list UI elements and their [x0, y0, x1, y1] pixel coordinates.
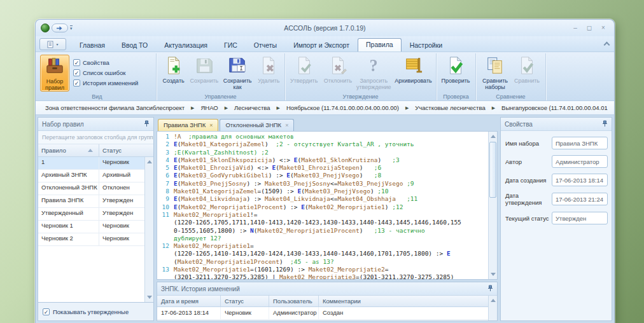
editor-scrollbar[interactable] [488, 132, 497, 279]
breadcrumb-item[interactable]: Вынгапуровское (11.74.01.00.00.04.01 [498, 104, 611, 111]
view-checkbox[interactable]: ✓Список ошибок [73, 69, 138, 76]
customize-toolbar-dropdown-icon[interactable]: ▾ [70, 25, 73, 31]
reject-button[interactable]: Отклонить [321, 55, 354, 92]
code-text: (1220-1265,1410-1413,1420-1424,1430-1433… [174, 250, 451, 258]
minimize-button[interactable]: – [570, 24, 581, 33]
breadcrumb-item[interactable]: Ноябрьское (11.74.01.00.00.04.00.00.00) [283, 104, 402, 111]
approve-button[interactable]: Утвердить [287, 55, 321, 92]
view-checkbox[interactable]: ✓История изменений [73, 79, 138, 86]
column-header-rule[interactable]: Правило [38, 144, 99, 156]
save-as-button[interactable]: Сохранить как [220, 55, 255, 92]
ribbon-tab[interactable]: Ввод ТО [113, 39, 156, 52]
rules-grid-row[interactable]: Черновик 2Черновик [38, 233, 144, 246]
breadcrumb-item[interactable]: Участковые лесничества [412, 104, 488, 111]
column-label: Статус [102, 147, 122, 154]
column-header-status[interactable]: Статус [99, 144, 153, 156]
group-label: Проверка [437, 93, 475, 100]
code-line: (1220-1265,1410-1413,1420-1424,1430-1433… [157, 250, 487, 258]
document-tab[interactable]: Правила ЗНПК× [158, 119, 218, 131]
checkbox-icon[interactable]: ✓ [43, 308, 50, 315]
button-label: Сравнить наборы [478, 78, 512, 90]
code-text: !A ;правила для основных макетов [174, 133, 294, 141]
rule-set-toggle-button[interactable]: Набор правил [40, 55, 69, 92]
tab-close-icon[interactable]: × [285, 123, 288, 128]
code-segment: ;45 - as 13? [290, 258, 334, 265]
document-tab-label: Отклоненный ЗНПК [225, 121, 281, 128]
rules-grid-row[interactable]: 1Черновик [38, 157, 144, 170]
rules-grid-scrollbar[interactable] [144, 157, 153, 302]
column-header-datetime[interactable]: Дата и время [157, 296, 221, 306]
ribbon-tab[interactable]: ГИС [216, 39, 246, 52]
create-button[interactable]: Создать [158, 55, 188, 92]
breadcrumb-item[interactable]: Лесничества [231, 104, 273, 111]
column-header-comments[interactable]: Комментарии [319, 296, 488, 306]
maximize-button[interactable]: ◻ [584, 24, 595, 33]
ribbon-tab[interactable]: Отчеты [246, 39, 285, 52]
code-segment: ) :> [269, 172, 287, 179]
code-text: E(Maket01_KategorijaZemel) ;2 - отсутств… [174, 141, 414, 148]
rules-grid-row[interactable]: Отклоненный ЗНПКОтклонен [38, 182, 144, 195]
collapse-ribbon-icon[interactable] [604, 42, 610, 48]
compare-button[interactable]: Сравнить [512, 55, 542, 92]
rules-grid-row[interactable]: Правила ЗНПКУтвержден [38, 195, 144, 208]
code-segment: Maket02_Meroprijatie1Procent [258, 227, 360, 234]
breadcrumb-separator-icon: ▶ [489, 106, 498, 111]
ribbon-tab[interactable]: Актуализация [156, 39, 216, 52]
property-input[interactable] [552, 174, 608, 186]
ribbon-tab[interactable]: Правила [358, 38, 402, 52]
property-input[interactable] [552, 193, 608, 205]
property-input[interactable] [552, 137, 608, 149]
delete-button[interactable]: Удалить [255, 55, 283, 92]
properties-panel: Свойства Имя набораАвторДата созданияДат… [500, 117, 612, 321]
ribbon-tab[interactable]: Импорт и Экспорт [285, 39, 358, 52]
property-input[interactable] [552, 212, 608, 224]
code-line: дублирует 12? [157, 235, 487, 242]
column-header-status[interactable]: Статус [221, 296, 269, 306]
history-row[interactable]: 17-06-2013 18:14ЧерновикАдминистраторСоз… [157, 307, 488, 320]
code-segment: <= [330, 180, 337, 187]
ribbon-tab[interactable]: Главная [71, 39, 113, 52]
button-label: Сохранить как [220, 78, 255, 90]
rules-grid-row[interactable]: УтвержденныйУтвержден [38, 208, 144, 221]
scroll-up-icon[interactable] [491, 135, 496, 138]
view-checkbox[interactable]: ✓Свойства [73, 59, 138, 66]
pin-icon[interactable] [487, 285, 493, 293]
code-segment: Maket02_Meroprijatie1Procent [181, 203, 283, 210]
scroll-up-icon[interactable] [147, 160, 152, 163]
code-segment: Maket01_EhrozijaStepen [279, 164, 360, 171]
code-editor[interactable]: 1!A ;правила для основных макетов2E(Make… [157, 131, 498, 280]
close-button[interactable]: × [598, 24, 609, 33]
application-menu-button[interactable]: ▾ [39, 38, 66, 50]
button-label: Создать [163, 78, 185, 84]
line-number: 6 [157, 172, 174, 179]
property-input[interactable] [552, 155, 608, 168]
history-scrollbar[interactable] [488, 296, 497, 320]
app-logo-icon[interactable] [41, 24, 50, 32]
breadcrumb-item[interactable]: ЯНАО [197, 104, 221, 111]
breadcrumb-item[interactable]: Зона ответственности филиала Запсиблеспр… [42, 104, 188, 111]
check-button[interactable]: Проверить [438, 55, 473, 92]
code-segment: ) [265, 141, 276, 148]
code-segment: Maket02_Meroprijatie1 [309, 203, 385, 210]
rules-grid-row[interactable]: Архивный ЗНПКАрхивный [38, 170, 144, 182]
tab-close-icon[interactable]: × [209, 123, 213, 128]
code-segment: ;6 [374, 164, 381, 171]
rules-grid-row[interactable]: Черновик 1Черновик [38, 221, 144, 233]
pin-icon[interactable] [602, 120, 608, 128]
scroll-up-icon[interactable] [491, 299, 496, 302]
scroll-down-icon[interactable] [491, 273, 496, 276]
code-text: Maket01_KategorijaZemel=(1509) :> E(Make… [174, 188, 389, 195]
column-header-user[interactable]: Пользователь [269, 296, 319, 306]
code-text: 0-1555,1605,1800) :> N(Maket02_Meroprija… [174, 227, 425, 235]
document-tab[interactable]: Отклоненный ЗНПК× [220, 119, 294, 131]
archive-button[interactable]: Архивировать [393, 55, 434, 92]
scrollbar-thumb[interactable] [489, 142, 496, 198]
pin-icon[interactable] [144, 120, 150, 128]
panel-title: Свойства [505, 121, 533, 128]
compare-sets-button[interactable]: Сравнить наборы [478, 55, 512, 92]
ribbon-tab[interactable]: Настройки [402, 39, 451, 52]
request-approval-button[interactable]: ? Запросить утверждение [355, 55, 393, 92]
scroll-down-icon[interactable] [147, 296, 152, 299]
forward-button[interactable] [52, 24, 68, 32]
save-button[interactable]: Сохранить [188, 55, 220, 92]
